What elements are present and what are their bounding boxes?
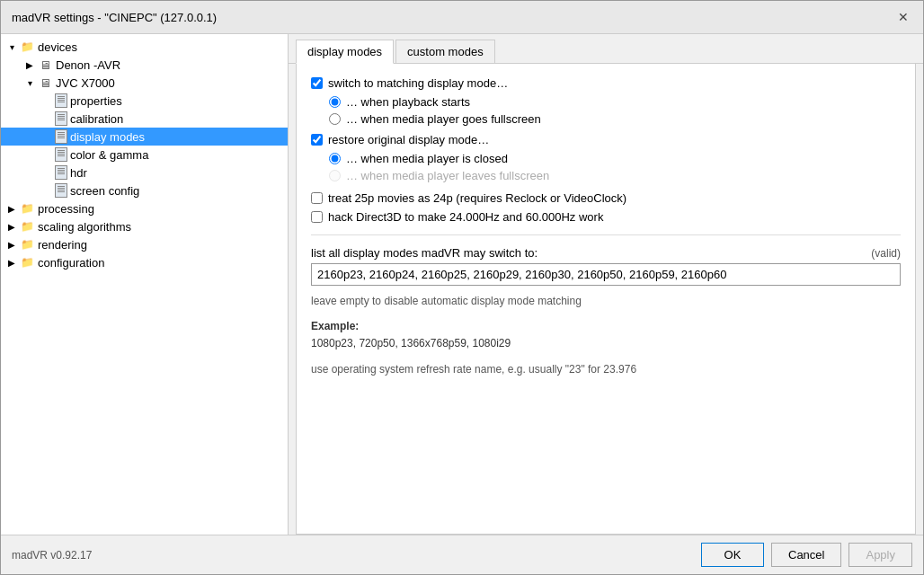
sidebar-item-label: properties	[70, 94, 122, 108]
sidebar-item-calibration[interactable]: calibration	[1, 110, 288, 128]
switch-mode-label: switch to matching display mode…	[328, 76, 508, 90]
tab-content: switch to matching display mode… … when …	[296, 64, 916, 535]
treat25p-checkbox[interactable]	[311, 192, 323, 204]
main-panel: display modes custom modes switch to mat…	[289, 34, 923, 535]
spacer	[40, 168, 55, 178]
sidebar-item-label: devices	[38, 40, 77, 54]
sidebar-item-configuration[interactable]: ▶ 📁 configuration	[1, 253, 288, 271]
restore-mode-row: restore original display mode…	[311, 133, 901, 146]
folder-icon: 📁	[19, 255, 35, 270]
folder-icon: 📁	[19, 201, 35, 216]
arrow-icon: ▶	[22, 60, 37, 70]
arrow-icon: ▶	[4, 222, 19, 232]
display-modes-input[interactable]	[311, 263, 901, 286]
hint-text: leave empty to disable automatic display…	[311, 293, 901, 309]
tab-bar: display modes custom modes	[289, 34, 923, 64]
footer: madVR v0.92.17 OK Cancel Apply	[1, 535, 923, 574]
main-window: madVR settings - "CINEPC" (127.0.0.1) ✕ …	[0, 0, 924, 575]
page-icon	[55, 111, 67, 126]
sidebar-item-label: JVC X7000	[56, 76, 115, 90]
hack-checkbox[interactable]	[311, 211, 323, 223]
sidebar-item-scaling-algorithms[interactable]: ▶ 📁 scaling algorithms	[1, 217, 288, 235]
example-value: 1080p23, 720p50, 1366x768p59, 1080i29	[311, 337, 511, 349]
sidebar-item-label: Denon -AVR	[56, 58, 120, 72]
example-section: Example: 1080p23, 720p50, 1366x768p59, 1…	[311, 318, 901, 352]
spacer	[40, 96, 55, 106]
sidebar-item-label: scaling algorithms	[38, 220, 131, 234]
radio-fullscreen-label: … when media player goes fullscreen	[346, 112, 541, 126]
sidebar-item-devices[interactable]: ▾ 📁 devices	[1, 38, 288, 56]
arrow-icon: ▾	[22, 78, 37, 88]
radio-closed-label: … when media player is closed	[346, 152, 508, 165]
tab-display-modes[interactable]: display modes	[296, 40, 394, 64]
sidebar-item-label: processing	[38, 202, 94, 216]
sidebar-item-properties[interactable]: properties	[1, 92, 288, 110]
page-icon	[55, 129, 67, 144]
sidebar-item-label: rendering	[38, 238, 87, 252]
page-icon	[55, 183, 67, 198]
restore-mode-checkbox[interactable]	[311, 134, 323, 146]
switch-mode-row: switch to matching display mode…	[311, 76, 901, 90]
radio-fullscreen-row: … when media player goes fullscreen	[329, 112, 901, 126]
apply-button[interactable]: Apply	[848, 543, 912, 567]
page-icon	[55, 147, 67, 162]
close-button[interactable]: ✕	[894, 8, 912, 26]
arrow-icon: ▶	[4, 258, 19, 268]
arrow-icon: ▶	[4, 204, 19, 214]
sidebar-item-label: hdr	[70, 166, 87, 180]
version-label: madVR v0.92.17	[12, 549, 92, 562]
sidebar-item-denon[interactable]: ▶ 🖥 Denon -AVR	[1, 56, 288, 74]
radio-playback[interactable]	[329, 96, 341, 108]
radio-leaves-label: … when media player leaves fullscreen	[346, 169, 549, 182]
sidebar-item-screen-config[interactable]: screen config	[1, 181, 288, 199]
treat25p-row: treat 25p movies as 24p (requires Recloc…	[311, 191, 901, 205]
sidebar-item-label: color & gamma	[70, 148, 148, 162]
sidebar-item-label: configuration	[38, 256, 104, 270]
folder-icon: 📁	[19, 40, 35, 54]
spacer	[40, 114, 55, 124]
sidebar-item-label: screen config	[70, 184, 139, 198]
sidebar-item-jvc[interactable]: ▾ 🖥 JVC X7000	[1, 74, 288, 92]
sidebar-item-color-gamma[interactable]: color & gamma	[1, 146, 288, 164]
example-heading: Example:	[311, 320, 359, 332]
page-icon	[55, 93, 67, 108]
folder-icon: 📁	[19, 237, 35, 252]
radio-closed[interactable]	[329, 153, 341, 164]
window-title: madVR settings - "CINEPC" (127.0.0.1)	[12, 11, 217, 24]
folder-icon: 📁	[19, 219, 35, 234]
content-area: ▾ 📁 devices ▶ 🖥 Denon -AVR ▾ 🖥 JVC X7000…	[1, 34, 923, 535]
list-label-row: list all display modes madVR may switch …	[311, 246, 901, 260]
page-icon	[55, 165, 67, 180]
sidebar-item-label: display modes	[70, 130, 145, 144]
title-bar: madVR settings - "CINEPC" (127.0.0.1) ✕	[1, 1, 923, 34]
monitor-icon: 🖥	[37, 75, 53, 90]
radio-leaves[interactable]	[329, 170, 341, 181]
list-label: list all display modes madVR may switch …	[311, 246, 538, 260]
spacer	[40, 150, 55, 160]
sidebar-item-display-modes[interactable]: display modes	[1, 128, 288, 146]
sidebar-item-rendering[interactable]: ▶ 📁 rendering	[1, 235, 288, 253]
sidebar: ▾ 📁 devices ▶ 🖥 Denon -AVR ▾ 🖥 JVC X7000…	[1, 34, 289, 535]
ok-button[interactable]: OK	[701, 543, 764, 567]
spacer	[40, 132, 55, 142]
valid-badge: (valid)	[871, 247, 901, 260]
radio-playback-label: … when playback starts	[346, 95, 470, 109]
treat25p-label: treat 25p movies as 24p (requires Recloc…	[328, 191, 626, 205]
arrow-icon: ▶	[4, 240, 19, 250]
sidebar-item-hdr[interactable]: hdr	[1, 164, 288, 181]
switch-mode-checkbox[interactable]	[311, 77, 323, 89]
divider	[311, 234, 901, 235]
radio-fullscreen[interactable]	[329, 113, 341, 125]
hack-row: hack Direct3D to make 24.000Hz and 60.00…	[311, 210, 901, 224]
cancel-button[interactable]: Cancel	[771, 543, 841, 567]
arrow-icon: ▾	[4, 42, 19, 52]
footer-buttons: OK Cancel Apply	[701, 543, 912, 567]
radio-leaves-row: … when media player leaves fullscreen	[329, 169, 901, 182]
sidebar-item-label: calibration	[70, 112, 123, 126]
refresh-hint: use operating system refresh rate name, …	[311, 361, 901, 377]
radio-playback-row: … when playback starts	[329, 95, 901, 109]
sidebar-item-processing[interactable]: ▶ 📁 processing	[1, 199, 288, 217]
spacer	[40, 186, 55, 196]
radio-closed-row: … when media player is closed	[329, 152, 901, 165]
tab-custom-modes[interactable]: custom modes	[395, 40, 495, 63]
